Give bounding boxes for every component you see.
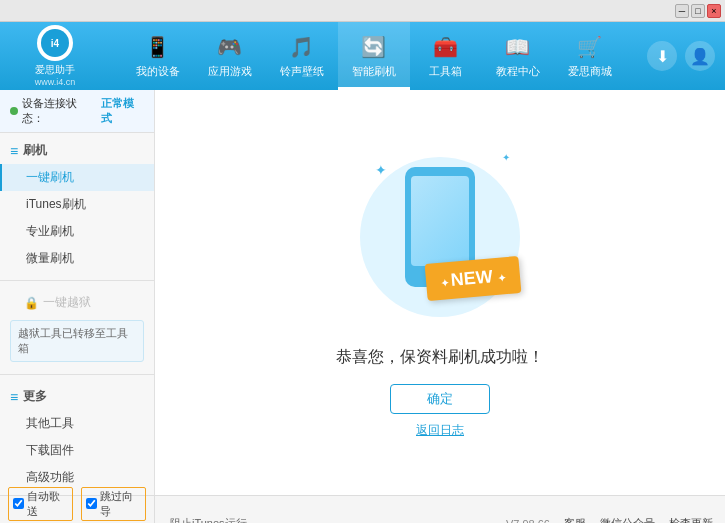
sidebar-item-one-key-flash[interactable]: 一键刷机 xyxy=(0,164,154,191)
status-value: 正常模式 xyxy=(101,96,144,126)
bottom-right-panel: V7.98.66 客服 微信公众号 检查更新 xyxy=(494,496,725,523)
sidebar-item-other-tools[interactable]: 其他工具 xyxy=(0,410,154,437)
jailbreak-label: 一键越狱 xyxy=(43,294,91,311)
nav-label-tutorial: 教程中心 xyxy=(496,64,540,79)
jailbreak-notice-box: 越狱工具已转移至工具箱 xyxy=(10,320,144,362)
new-badge: NEW xyxy=(425,255,522,300)
my-device-icon: 📱 xyxy=(144,33,172,61)
bottom-bar: 自动歌送 跳过向导 📱 iPhone 12 mini 64GB Down-12m… xyxy=(0,495,725,523)
sidebar-item-micro-flash[interactable]: 微量刷机 xyxy=(0,245,154,272)
flash-group-icon: ≡ xyxy=(10,143,18,159)
sidebar-more-section: ≡ 更多 其他工具 下载固件 高级功能 xyxy=(0,379,154,495)
pro-flash-label: 专业刷机 xyxy=(26,224,74,238)
close-button[interactable]: × xyxy=(707,4,721,18)
sidebar-divider-2 xyxy=(0,374,154,375)
nav-item-apps[interactable]: 🎮 应用游戏 xyxy=(194,22,266,90)
window-controls: ─ □ × xyxy=(675,4,721,18)
sidebar-item-itunes-flash[interactable]: iTunes刷机 xyxy=(0,191,154,218)
status-dot xyxy=(10,107,18,115)
sidebar-flash-section: ≡ 刷机 一键刷机 iTunes刷机 专业刷机 微量刷机 xyxy=(0,133,154,276)
more-group-label: 更多 xyxy=(23,388,47,405)
nav-label-toolbox: 工具箱 xyxy=(429,64,462,79)
sidebar: 设备连接状态： 正常模式 ≡ 刷机 一键刷机 iTunes刷机 专业刷机 微量刷… xyxy=(0,90,155,495)
success-text: 恭喜您，保资料刷机成功啦！ xyxy=(336,347,544,368)
nav-right-buttons: ⬇ 👤 xyxy=(647,41,715,71)
tutorial-icon: 📖 xyxy=(504,33,532,61)
logo-circle: i4 xyxy=(37,25,73,61)
sparkle-icon-tl: ✦ xyxy=(375,162,387,178)
download-firmware-label: 下载固件 xyxy=(26,443,74,457)
nav-label-ringtone: 铃声壁纸 xyxy=(280,64,324,79)
mall-icon: 🛒 xyxy=(576,33,604,61)
nav-label-my-device: 我的设备 xyxy=(136,64,180,79)
back-to-log-link[interactable]: 返回日志 xyxy=(416,422,464,439)
phone-screen xyxy=(411,176,469,266)
more-group-icon: ≡ xyxy=(10,389,18,405)
download-button[interactable]: ⬇ xyxy=(647,41,677,71)
logo-area: i4 爱思助手 www.i4.cn xyxy=(10,25,100,87)
flash-group-label: 刷机 xyxy=(23,142,47,159)
sidebar-more-header: ≡ 更多 xyxy=(0,383,154,410)
top-nav: i4 爱思助手 www.i4.cn 📱 我的设备 🎮 应用游戏 🎵 铃声壁纸 🔄… xyxy=(0,22,725,90)
sidebar-item-pro-flash[interactable]: 专业刷机 xyxy=(0,218,154,245)
micro-flash-label: 微量刷机 xyxy=(26,251,74,265)
title-bar: ─ □ × xyxy=(0,0,725,22)
phone-illustration: ✦ ✦ NEW xyxy=(350,147,530,327)
new-badge-text: NEW xyxy=(450,266,494,290)
update-link[interactable]: 检查更新 xyxy=(669,516,713,523)
sidebar-item-download-firmware[interactable]: 下载固件 xyxy=(0,437,154,464)
other-tools-label: 其他工具 xyxy=(26,416,74,430)
nav-item-smart-flash[interactable]: 🔄 智能刷机 xyxy=(338,22,410,90)
skip-guide-checkbox-label[interactable]: 跳过向导 xyxy=(81,487,146,521)
status-bar: 设备连接状态： 正常模式 xyxy=(0,90,154,133)
wechat-link[interactable]: 微信公众号 xyxy=(600,516,655,523)
nav-item-my-device[interactable]: 📱 我的设备 xyxy=(122,22,194,90)
logo-inner: i4 xyxy=(41,29,69,57)
main-area: 设备连接状态： 正常模式 ≡ 刷机 一键刷机 iTunes刷机 专业刷机 微量刷… xyxy=(0,90,725,495)
nav-item-tutorial[interactable]: 📖 教程中心 xyxy=(482,22,554,90)
advanced-label: 高级功能 xyxy=(26,470,74,484)
version-text: V7.98.66 xyxy=(506,518,550,524)
sidebar-jailbreak-section: 🔒 一键越狱 越狱工具已转移至工具箱 xyxy=(0,285,154,370)
toolbox-icon: 🧰 xyxy=(432,33,460,61)
bottom-status-panel: 阻止iTunes运行 xyxy=(155,496,494,523)
apps-icon: 🎮 xyxy=(216,33,244,61)
support-link[interactable]: 客服 xyxy=(564,516,586,523)
nav-label-mall: 爱思商城 xyxy=(568,64,612,79)
skip-guide-checkbox[interactable] xyxy=(86,498,97,509)
jailbreak-notice: 越狱工具已转移至工具箱 xyxy=(18,327,128,354)
nav-label-apps: 应用游戏 xyxy=(208,64,252,79)
auto-send-checkbox[interactable] xyxy=(13,498,24,509)
sidebar-flash-header: ≡ 刷机 xyxy=(0,137,154,164)
content-area: ✦ ✦ NEW 恭喜您，保资料刷机成功啦！ 确定 返回日志 xyxy=(155,90,725,495)
itunes-flash-label: iTunes刷机 xyxy=(26,197,86,211)
logo-text: 爱思助手 www.i4.cn xyxy=(35,63,76,87)
user-button[interactable]: 👤 xyxy=(685,41,715,71)
bottom-device-panel: 自动歌送 跳过向导 📱 iPhone 12 mini 64GB Down-12m… xyxy=(0,496,155,523)
ringtone-icon: 🎵 xyxy=(288,33,316,61)
nav-label-smart-flash: 智能刷机 xyxy=(352,64,396,79)
status-label: 设备连接状态： xyxy=(22,96,97,126)
nav-item-toolbox[interactable]: 🧰 工具箱 xyxy=(410,22,482,90)
auto-send-label: 自动歌送 xyxy=(27,489,68,519)
maximize-button[interactable]: □ xyxy=(691,4,705,18)
checkboxes-row: 自动歌送 跳过向导 xyxy=(8,487,146,521)
nav-items: 📱 我的设备 🎮 应用游戏 🎵 铃声壁纸 🔄 智能刷机 🧰 工具箱 📖 教程中心… xyxy=(110,22,637,90)
skip-guide-label: 跳过向导 xyxy=(100,489,141,519)
one-key-flash-label: 一键刷机 xyxy=(26,170,74,184)
smart-flash-icon: 🔄 xyxy=(360,33,388,61)
auto-send-checkbox-label[interactable]: 自动歌送 xyxy=(8,487,73,521)
confirm-button[interactable]: 确定 xyxy=(390,384,490,414)
minimize-button[interactable]: ─ xyxy=(675,4,689,18)
itunes-status-text: 阻止iTunes运行 xyxy=(170,516,247,523)
nav-item-ringtone[interactable]: 🎵 铃声壁纸 xyxy=(266,22,338,90)
nav-item-mall[interactable]: 🛒 爱思商城 xyxy=(554,22,626,90)
sparkle-icon-tr: ✦ xyxy=(502,152,510,163)
sidebar-divider-1 xyxy=(0,280,154,281)
sidebar-jailbreak-item: 🔒 一键越狱 xyxy=(0,289,154,316)
